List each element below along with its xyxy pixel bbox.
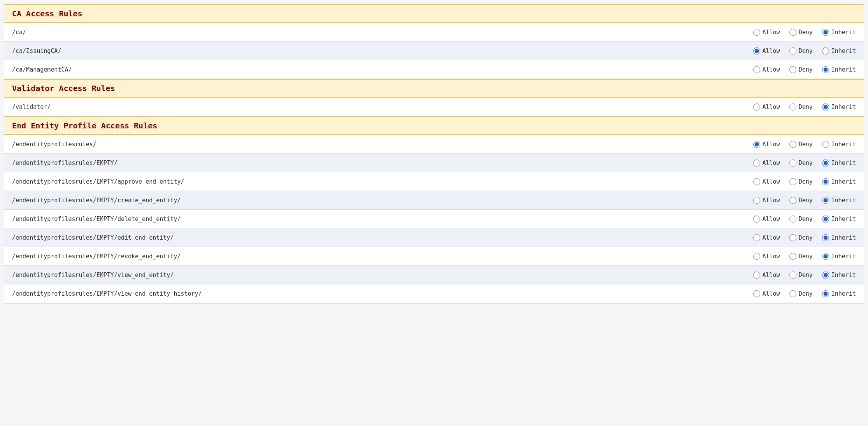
radio-option-inherit-eep-edit[interactable]: Inherit [822,234,856,241]
radio-label-inherit-eep-view-history: Inherit [831,290,856,297]
rule-row-ca-managementca: /ca/ManagementCA/AllowDenyInherit [4,60,864,79]
rule-path-ca-root: /ca/ [12,29,731,36]
radio-option-deny-eep-create[interactable]: Deny [789,197,813,204]
radio-option-inherit-eep-create[interactable]: Inherit [822,197,856,204]
radio-input-inherit-eep-delete[interactable] [822,216,829,223]
radio-option-deny-eep-view[interactable]: Deny [789,272,813,279]
radio-option-deny-validator-root[interactable]: Deny [789,103,813,110]
radio-option-deny-eep-revoke[interactable]: Deny [789,253,813,260]
radio-input-allow-eep-empty[interactable] [753,160,760,167]
radio-label-allow-eep-approve: Allow [763,178,780,185]
rule-path-eep-root: /endentityprofilesrules/ [12,141,731,148]
radio-input-deny-ca-root[interactable] [789,29,796,36]
radio-option-inherit-ca-managementca[interactable]: Inherit [822,66,856,73]
radio-option-deny-eep-view-history[interactable]: Deny [789,290,813,297]
radio-label-allow-eep-delete: Allow [763,216,780,223]
radio-input-allow-eep-view-history[interactable] [753,290,760,297]
radio-input-deny-eep-view-history[interactable] [789,290,796,297]
radio-option-inherit-eep-view[interactable]: Inherit [822,272,856,279]
radio-input-deny-eep-revoke[interactable] [789,253,796,260]
radio-input-deny-eep-create[interactable] [789,197,796,204]
radio-option-inherit-eep-view-history[interactable]: Inherit [822,290,856,297]
radio-input-allow-ca-managementca[interactable] [753,66,760,73]
radio-option-allow-ca-managementca[interactable]: Allow [753,66,780,73]
radio-group-ca-issuingca: AllowDenyInherit [731,47,856,54]
radio-input-inherit-eep-edit[interactable] [822,234,829,241]
radio-option-inherit-eep-revoke[interactable]: Inherit [822,253,856,260]
radio-input-inherit-ca-issuingca[interactable] [822,47,829,54]
radio-option-allow-eep-create[interactable]: Allow [753,197,780,204]
radio-option-allow-eep-view-history[interactable]: Allow [753,290,780,297]
radio-label-deny-eep-edit: Deny [799,234,813,241]
radio-input-deny-ca-managementca[interactable] [789,66,796,73]
rule-path-eep-edit: /endentityprofilesrules/EMPTY/edit_end_e… [12,234,731,241]
radio-option-allow-validator-root[interactable]: Allow [753,103,780,110]
radio-option-deny-eep-approve[interactable]: Deny [789,178,813,185]
radio-option-inherit-ca-root[interactable]: Inherit [822,29,856,36]
radio-input-allow-eep-approve[interactable] [753,178,760,185]
radio-label-inherit-eep-empty: Inherit [831,160,856,167]
radio-input-deny-eep-empty[interactable] [789,160,796,167]
radio-option-deny-ca-issuingca[interactable]: Deny [789,47,813,54]
radio-option-deny-ca-managementca[interactable]: Deny [789,66,813,73]
radio-option-deny-eep-delete[interactable]: Deny [789,216,813,223]
radio-label-allow-eep-empty: Allow [763,160,780,167]
radio-option-deny-eep-empty[interactable]: Deny [789,160,813,167]
rule-row-eep-create: /endentityprofilesrules/EMPTY/create_end… [4,191,864,210]
radio-option-allow-eep-delete[interactable]: Allow [753,216,780,223]
radio-input-inherit-validator-root[interactable] [822,103,829,110]
radio-option-allow-eep-edit[interactable]: Allow [753,234,780,241]
radio-input-inherit-eep-approve[interactable] [822,178,829,185]
radio-option-allow-eep-approve[interactable]: Allow [753,178,780,185]
radio-input-inherit-eep-view-history[interactable] [822,290,829,297]
radio-input-deny-ca-issuingca[interactable] [789,47,796,54]
radio-input-deny-eep-approve[interactable] [789,178,796,185]
radio-option-allow-eep-revoke[interactable]: Allow [753,253,780,260]
radio-option-inherit-eep-delete[interactable]: Inherit [822,216,856,223]
radio-input-deny-validator-root[interactable] [789,103,796,110]
radio-group-eep-root: AllowDenyInherit [731,141,856,148]
radio-label-deny-eep-empty: Deny [799,160,813,167]
radio-option-allow-eep-empty[interactable]: Allow [753,160,780,167]
rule-row-eep-empty: /endentityprofilesrules/EMPTY/AllowDenyI… [4,154,864,172]
radio-input-deny-eep-delete[interactable] [789,216,796,223]
radio-input-inherit-eep-empty[interactable] [822,160,829,167]
radio-input-allow-eep-view[interactable] [753,272,760,279]
radio-option-deny-eep-root[interactable]: Deny [789,141,813,148]
radio-label-deny-eep-root: Deny [799,141,813,148]
radio-input-deny-eep-view[interactable] [789,272,796,279]
radio-input-allow-ca-issuingca[interactable] [753,47,760,54]
radio-input-allow-eep-revoke[interactable] [753,253,760,260]
radio-input-allow-eep-edit[interactable] [753,234,760,241]
radio-option-allow-eep-root[interactable]: Allow [753,141,780,148]
radio-input-allow-eep-root[interactable] [753,141,760,148]
rule-path-eep-approve: /endentityprofilesrules/EMPTY/approve_en… [12,178,731,185]
radio-group-eep-empty: AllowDenyInherit [731,160,856,167]
radio-option-inherit-eep-approve[interactable]: Inherit [822,178,856,185]
radio-input-allow-ca-root[interactable] [753,29,760,36]
radio-input-allow-eep-create[interactable] [753,197,760,204]
rule-row-ca-root: /ca/AllowDenyInherit [4,23,864,42]
radio-option-deny-ca-root[interactable]: Deny [789,29,813,36]
radio-input-inherit-eep-create[interactable] [822,197,829,204]
radio-option-inherit-eep-empty[interactable]: Inherit [822,160,856,167]
radio-label-inherit-eep-delete: Inherit [831,216,856,223]
radio-option-allow-ca-issuingca[interactable]: Allow [753,47,780,54]
radio-option-allow-eep-view[interactable]: Allow [753,272,780,279]
radio-option-inherit-eep-root[interactable]: Inherit [822,141,856,148]
radio-input-inherit-eep-revoke[interactable] [822,253,829,260]
radio-option-allow-ca-root[interactable]: Allow [753,29,780,36]
radio-input-deny-eep-root[interactable] [789,141,796,148]
radio-input-inherit-ca-root[interactable] [822,29,829,36]
radio-input-deny-eep-edit[interactable] [789,234,796,241]
radio-input-allow-eep-delete[interactable] [753,216,760,223]
radio-input-inherit-ca-managementca[interactable] [822,66,829,73]
radio-label-deny-eep-revoke: Deny [799,253,813,260]
radio-option-inherit-validator-root[interactable]: Inherit [822,103,856,110]
radio-option-inherit-ca-issuingca[interactable]: Inherit [822,47,856,54]
radio-input-inherit-eep-root[interactable] [822,141,829,148]
radio-input-inherit-eep-view[interactable] [822,272,829,279]
radio-input-allow-validator-root[interactable] [753,103,760,110]
radio-group-eep-approve: AllowDenyInherit [731,178,856,185]
radio-option-deny-eep-edit[interactable]: Deny [789,234,813,241]
